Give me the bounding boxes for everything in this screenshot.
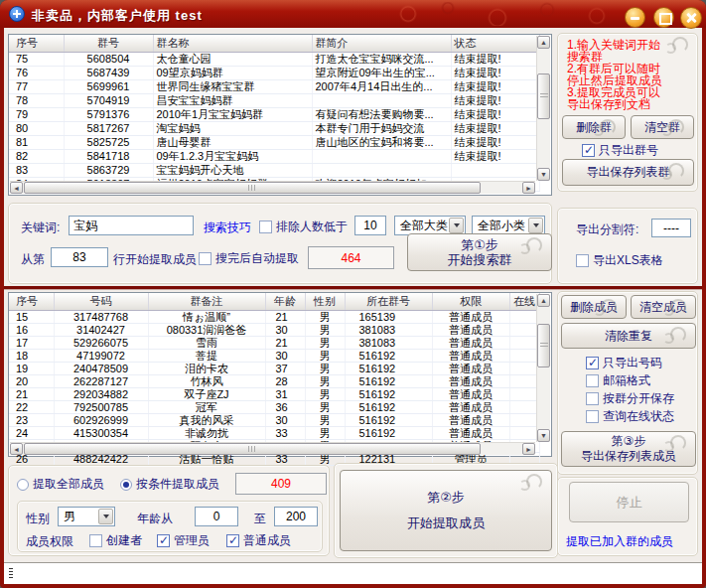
col-group[interactable]: 所在群号 xyxy=(345,293,432,310)
age-to-input[interactable] xyxy=(274,507,318,526)
gender-select[interactable]: 男 xyxy=(58,507,115,526)
table-row[interactable]: 20262287127竹林风28男516192普通成员 xyxy=(9,374,539,387)
clear-member-button[interactable]: 清空成员 xyxy=(631,295,696,319)
scroll-right-icon[interactable]: ► xyxy=(522,182,535,194)
groups-vscrollbar[interactable]: ▲ ▼ xyxy=(536,36,550,181)
scroll-left-icon[interactable]: ◄ xyxy=(10,443,23,455)
col-age[interactable]: 年龄 xyxy=(265,293,305,310)
normal-member-checkbox[interactable]: 普通成员 xyxy=(226,532,291,549)
table-cell: 30 xyxy=(265,413,305,426)
from-row-input[interactable] xyxy=(51,247,108,267)
export-xls-checkbox[interactable]: 导出XLS表格 xyxy=(576,252,663,269)
delete-group-button[interactable]: 删除群 xyxy=(562,115,626,139)
col-nickname[interactable]: 群备注 xyxy=(148,293,265,310)
table-row[interactable]: 785704919昌安宝宝妈妈群结束提取! xyxy=(9,93,539,107)
delete-member-button[interactable]: 删除成员 xyxy=(561,295,627,319)
table-cell: 240478509 xyxy=(54,362,148,374)
split-by-group-checkbox[interactable]: 按群分开保存 xyxy=(586,390,674,407)
scroll-up-icon[interactable]: ▲ xyxy=(537,294,550,307)
col-group-intro[interactable]: 群简介 xyxy=(312,35,451,52)
scroll-thumb[interactable] xyxy=(24,182,481,194)
email-format-checkbox[interactable]: 邮箱格式 xyxy=(586,372,650,389)
big-category-select[interactable]: 全部大类 xyxy=(394,216,466,235)
step2-extract-members-button[interactable]: 第②步 开始提取成员 xyxy=(340,470,552,551)
minimize-button[interactable] xyxy=(625,7,645,28)
table-row[interactable]: 76568743909望京妈妈群望京附近09年出生的宝...结束提取! xyxy=(9,66,539,79)
col-group-number[interactable]: 群号 xyxy=(64,35,153,52)
members-hscrollbar[interactable]: ◄ ► xyxy=(10,442,535,455)
table-row[interactable]: 17529266075雪雨21男381083普通成员 xyxy=(9,336,539,349)
export-options-panel: 导出分割符: 导出XLS表格 xyxy=(557,208,698,284)
scroll-thumb[interactable] xyxy=(24,443,481,455)
table-cell: 男 xyxy=(305,336,345,349)
scroll-down-icon[interactable]: ▼ xyxy=(537,168,550,181)
table-cell: 09望京妈妈群 xyxy=(153,66,312,79)
chevron-down-icon[interactable] xyxy=(528,218,543,233)
age-from-input[interactable] xyxy=(195,507,238,526)
extract-condition-section: 提取全部成员 按条件提取成员 409 性别 男 年龄从 至 成员权限 xyxy=(8,465,330,556)
table-row[interactable]: 805817267淘宝妈妈本群专门用于妈妈交流结束提取! xyxy=(9,121,539,135)
scroll-thumb[interactable] xyxy=(537,74,550,119)
col-gender[interactable]: 性别 xyxy=(305,293,345,310)
col-role[interactable]: 权限 xyxy=(432,293,509,310)
groups-hscrollbar[interactable]: ◄ ► xyxy=(10,181,535,194)
col-seq[interactable]: 序号 xyxy=(9,35,64,52)
step3-export-members-button[interactable]: 第③步 导出保存列表成员 xyxy=(561,431,696,467)
table-cell: 男 xyxy=(305,374,345,387)
search-tips-link[interactable]: 搜索技巧 xyxy=(204,220,251,236)
table-row[interactable]: 1631402427080331润润爸爸30男381083普通成员 xyxy=(9,323,539,336)
maximize-button[interactable] xyxy=(653,7,674,28)
auto-extract-checkbox[interactable]: 搜完后自动提取 xyxy=(199,250,299,267)
scroll-up-icon[interactable]: ▲ xyxy=(537,36,550,49)
table-cell: 结束提取! xyxy=(451,52,539,66)
chevron-down-icon[interactable] xyxy=(98,509,113,524)
creator-checkbox[interactable]: 创建者 xyxy=(89,532,142,549)
table-cell xyxy=(312,93,451,107)
extract-joined-groups-link[interactable]: 提取已加入群的成员 xyxy=(566,533,673,550)
table-cell: 5608504 xyxy=(64,52,153,66)
table-row[interactable]: 835863729宝宝妈妈开心天地 xyxy=(9,163,539,177)
table-row[interactable]: 19240478509泪的卡农37男516192普通成员 xyxy=(9,362,539,374)
only-export-number-checkbox[interactable]: 只导出号码 xyxy=(586,355,662,371)
step1-search-groups-button[interactable]: 第①步 开始搜索群 xyxy=(407,233,552,271)
table-row[interactable]: 22792500785冠军36男516192普通成员 xyxy=(9,400,539,413)
chevron-down-icon[interactable] xyxy=(449,218,464,233)
keyword-input[interactable] xyxy=(69,216,194,235)
admin-checkbox[interactable]: 管理员 xyxy=(157,532,210,549)
table-row[interactable]: 21292034882双子座ZJ31男516192普通成员 xyxy=(9,387,539,400)
table-row[interactable]: 15317487768情ぉ温顺”21男165139普通成员 xyxy=(9,310,539,323)
table-row[interactable]: 775699961世界同生缘猪宝宝群2007年4月14日出生的...结束提取! xyxy=(9,79,539,93)
scroll-right-icon[interactable]: ► xyxy=(522,443,535,455)
extract-all-radio[interactable]: 提取全部成员 xyxy=(17,476,104,493)
query-online-checkbox[interactable]: 查询在线状态 xyxy=(586,408,674,425)
dedupe-button[interactable]: 清除重复 xyxy=(561,323,696,349)
exclude-count-checkbox[interactable]: 排除人数低于 xyxy=(259,219,348,235)
table-row[interactable]: 24415300354非诚勿扰33男516192普通成员 xyxy=(9,426,539,439)
clear-group-button[interactable]: 清空群 xyxy=(631,115,694,139)
close-button[interactable] xyxy=(680,7,702,29)
table-row[interactable]: 82584171809年1.2.3月宝宝妈妈结束提取! xyxy=(9,149,539,163)
table-row[interactable]: 7957913762010年1月宝宝妈妈群有疑问有想法要购物要...结束提取! xyxy=(9,107,539,121)
table-cell: 516192 xyxy=(345,413,432,426)
table-row[interactable]: 815825725唐山母婴群唐山地区的宝妈和将要...结束提取! xyxy=(9,135,539,149)
stop-button[interactable]: 停止 xyxy=(569,482,689,522)
export-group-list-button[interactable]: 导出保存列表群 xyxy=(562,159,694,186)
small-category-select[interactable]: 全部小类 xyxy=(472,216,545,235)
scroll-left-icon[interactable]: ◄ xyxy=(10,182,23,194)
members-vscrollbar[interactable]: ▲ ▼ xyxy=(536,294,550,442)
exclude-count-input[interactable] xyxy=(354,216,386,235)
scroll-down-icon[interactable]: ▼ xyxy=(537,429,550,442)
col-online[interactable]: 在线 xyxy=(509,293,539,310)
col-status[interactable]: 状态 xyxy=(451,35,539,52)
delimiter-input[interactable] xyxy=(651,219,691,237)
extract-by-condition-radio[interactable]: 按条件提取成员 xyxy=(120,476,219,493)
table-row[interactable]: 1847199072菩提30男516192普通成员 xyxy=(9,349,539,362)
col-qq-number[interactable]: 号码 xyxy=(54,293,148,310)
col-group-name[interactable]: 群名称 xyxy=(153,35,312,52)
scroll-thumb[interactable] xyxy=(537,324,550,368)
table-cell: 262287127 xyxy=(54,374,148,387)
only-export-group-checkbox[interactable]: 只导出群号 xyxy=(582,142,658,159)
table-row[interactable]: 755608504太仓童心园打造太仓宝宝妈咪交流...结束提取! xyxy=(9,52,539,66)
col-seq[interactable]: 序号 xyxy=(9,293,54,310)
table-row[interactable]: 23602926999真我的风采30男516192普通成员 xyxy=(9,413,539,426)
